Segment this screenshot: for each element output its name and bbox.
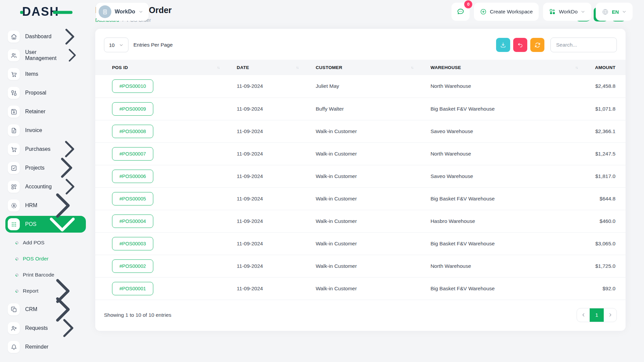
pos-id-badge[interactable]: #POS00005 (112, 192, 153, 205)
amount-cell: $460.0 (586, 210, 626, 232)
pos-id-badge[interactable]: #POS00004 (112, 215, 153, 228)
sidebar-item-items[interactable]: Items (5, 66, 86, 82)
sidebar-item-label: HRM (25, 202, 37, 208)
pos-id-badge[interactable]: #POS00002 (112, 259, 153, 273)
table-row: #POS0000411-09-2024Walk-in CustomerHasbr… (95, 210, 626, 232)
undo-button[interactable] (513, 38, 527, 52)
entries-per-page-select[interactable]: 10 (104, 38, 128, 52)
amount-cell: $3,065.0 (586, 232, 626, 255)
workspace-avatar (99, 5, 111, 18)
pos-id-cell: #POS00009 (95, 98, 228, 120)
table-row: #POS0000811-09-2024Walk-in CustomerSaveo… (95, 120, 626, 142)
warehouse-cell: Hasbro Warehouse (422, 210, 586, 232)
workdo-menu-button[interactable]: WorkDo (543, 3, 591, 21)
pos-id-badge[interactable]: #POS00006 (112, 170, 153, 183)
sidebar-subitem-pos-order[interactable]: POS Order (5, 252, 86, 265)
pos-id-cell: #POS00004 (95, 210, 228, 232)
grid-plus-icon (8, 181, 20, 193)
pos-id-cell: #POS00005 (95, 187, 228, 210)
sidebar-item-label: POS (25, 221, 37, 227)
chat-icon (456, 7, 465, 16)
column-header-warehouse[interactable]: WAREHOUSE↑↓ (422, 60, 586, 75)
chevron-right-icon (608, 312, 613, 317)
date-cell: 11-09-2024 (228, 255, 307, 277)
amount-cell: $1,071.8 (586, 98, 626, 120)
warehouse-cell: North Warehouse (422, 255, 586, 277)
users-icon (8, 49, 20, 61)
sort-icon[interactable]: ↑↓ (296, 65, 298, 69)
app-logo[interactable]: DASH (0, 0, 91, 23)
page-1-button[interactable]: 1 (590, 308, 604, 322)
download-button[interactable] (496, 38, 510, 52)
column-header-date[interactable]: DATE↑↓ (228, 60, 307, 75)
date-cell: 11-09-2024 (228, 75, 307, 98)
chevron-down-icon (622, 9, 627, 14)
create-workspace-button[interactable]: Create Workspace (474, 3, 539, 21)
sidebar-item-proposal[interactable]: Proposal (5, 84, 86, 101)
prev-page-button[interactable] (577, 308, 590, 322)
sort-icon[interactable]: ↑↓ (575, 65, 578, 69)
home-icon (8, 31, 20, 43)
amount-cell: $2,366.1 (586, 120, 626, 142)
chevron-down-icon (139, 9, 143, 14)
bullet-icon (15, 257, 19, 261)
notification-badge: 0 (464, 0, 472, 8)
check-square-icon (8, 162, 20, 174)
app-logo-text: DASH (22, 5, 59, 19)
pos-order-table: POS ID↑↓DATE↑↓CUSTOMER↑↓WAREHOUSE↑↓AMOUN… (95, 60, 626, 300)
customer-cell: Walk-in Customer (307, 142, 422, 165)
topbar: WorkDo 0 Create Workspace WorkDo EN (91, 0, 644, 23)
refresh-button[interactable] (530, 38, 544, 52)
column-label: WAREHOUSE (430, 65, 461, 70)
column-header-customer[interactable]: CUSTOMER↑↓ (307, 60, 422, 75)
workspace-selector[interactable]: WorkDo (96, 3, 149, 21)
language-selector[interactable]: EN (596, 3, 633, 21)
search-input[interactable] (550, 38, 617, 52)
warehouse-cell: Big Basket F&V Warehouse (422, 277, 586, 300)
column-header-amount: AMOUNT (586, 60, 626, 75)
chat-button[interactable]: 0 (451, 3, 470, 21)
date-cell: 11-09-2024 (228, 210, 307, 232)
column-header-pos-id[interactable]: POS ID↑↓ (95, 60, 228, 75)
pos-id-badge[interactable]: #POS00008 (112, 125, 153, 138)
table-row: #POS0000211-09-2024Walk-in CustomerNorth… (95, 255, 626, 277)
pos-id-cell: #POS00006 (95, 165, 228, 187)
table-row: #POS0000711-09-2024Walk-in CustomerNorth… (95, 142, 626, 165)
sidebar-item-dashboard[interactable]: Dashboard (5, 28, 86, 45)
date-cell: 11-09-2024 (228, 120, 307, 142)
chevron-right-icon (62, 45, 83, 66)
customer-cell: Walk-in Customer (307, 255, 422, 277)
next-page-button[interactable] (604, 308, 616, 322)
sort-icon[interactable]: ↑↓ (217, 65, 219, 69)
pagination: 1 (577, 308, 617, 322)
file-icon (8, 124, 20, 136)
sidebar-item-pos[interactable]: POS (5, 216, 86, 233)
table-row: #POS0000611-09-2024Walk-in CustomerSaveo… (95, 165, 626, 187)
amount-cell: $1,817.0 (586, 165, 626, 187)
warehouse-cell: Saveo Warehouse (422, 165, 586, 187)
amount-cell: $1,247.5 (586, 142, 626, 165)
pos-id-badge[interactable]: #POS00009 (112, 102, 153, 116)
sort-icon[interactable]: ↑↓ (411, 65, 413, 69)
sidebar-item-label: Dashboard (25, 34, 51, 40)
warehouse-cell: Big Basket F&V Warehouse (422, 187, 586, 210)
pos-id-badge[interactable]: #POS00010 (112, 79, 153, 93)
entries-per-page-value: 10 (109, 42, 115, 48)
bullet-icon (15, 273, 19, 277)
sidebar-item-user-management[interactable]: User Management (5, 47, 86, 64)
sidebar-item-retainer[interactable]: Retainer (5, 103, 86, 120)
pos-id-badge[interactable]: #POS00001 (112, 282, 153, 295)
entries-summary: Showing 1 to 10 of 10 entries (104, 312, 171, 318)
pos-id-badge[interactable]: #POS00007 (112, 147, 153, 161)
date-cell: 11-09-2024 (228, 165, 307, 187)
pos-id-badge[interactable]: #POS00003 (112, 237, 153, 250)
customer-cell: Juliet May (307, 75, 422, 98)
copy-icon (8, 303, 20, 315)
table-row: #POS0000111-09-2024Walk-in CustomerBig B… (95, 277, 626, 300)
amount-cell: $1,725.0 (586, 255, 626, 277)
download-icon (500, 42, 506, 48)
column-label: POS ID (112, 65, 128, 70)
pos-id-cell: #POS00002 (95, 255, 228, 277)
sidebar-menu: DashboardUser ManagementItemsProposalRet… (0, 23, 91, 355)
building-icon (102, 8, 108, 15)
